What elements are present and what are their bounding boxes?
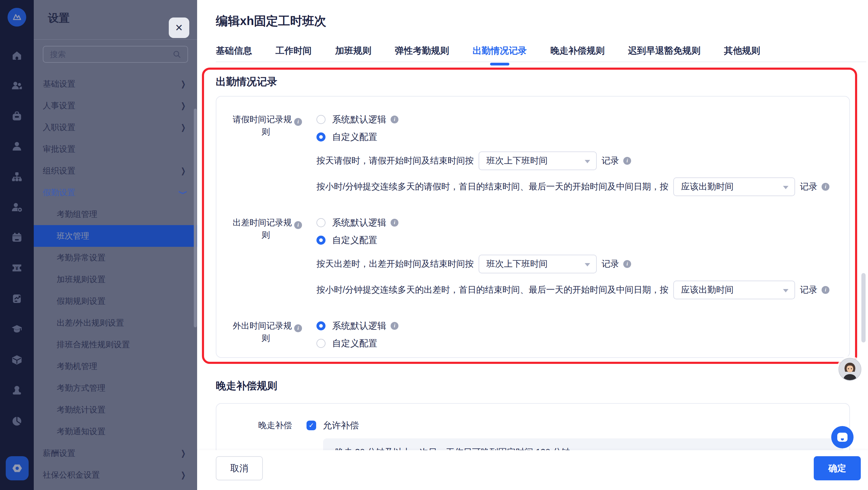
info-icon[interactable]: i <box>294 118 302 126</box>
moka-logo-icon[interactable] <box>7 8 26 27</box>
leave-by-hour-time-select[interactable]: 应该出勤时间 <box>673 177 795 196</box>
sidebar-item-org-settings[interactable]: 组织设置❯ <box>34 160 197 182</box>
info-icon[interactable]: i <box>822 183 830 191</box>
home-icon[interactable] <box>10 49 24 62</box>
report-card-icon[interactable] <box>10 292 24 305</box>
info-icon[interactable]: i <box>623 157 631 165</box>
chat-fab-button[interactable] <box>831 426 854 449</box>
tab-other-rules[interactable]: 其他规则 <box>724 45 760 62</box>
product-cube-icon[interactable] <box>10 353 24 367</box>
briefcase-icon[interactable] <box>10 110 24 123</box>
graduation-cap-icon[interactable] <box>10 322 24 336</box>
info-icon[interactable]: i <box>294 324 302 332</box>
info-icon[interactable]: i <box>294 221 302 229</box>
cancel-button[interactable]: 取消 <box>216 456 263 480</box>
settings-sidebar: 设置 搜索 基础设置❯ 人事设置❯ 入职设置❯ 审批设置 组织设置❯ 假勤设置❯… <box>34 0 197 490</box>
tab-attendance-record[interactable]: 出勤情况记录 <box>472 45 527 62</box>
sidebar-item-attendance-method[interactable]: 考勤方式管理 <box>34 377 197 399</box>
radio-on-icon[interactable] <box>316 236 326 245</box>
assistant-avatar[interactable] <box>838 358 861 381</box>
sidebar-item-hr-settings[interactable]: 人事设置❯ <box>34 95 197 116</box>
team-icon[interactable] <box>10 79 24 92</box>
sidebar-item-trip-out-rules[interactable]: 出差/外出规则设置 <box>34 312 197 334</box>
user-icon[interactable] <box>10 140 24 153</box>
chevron-right-icon: ❯ <box>181 470 186 480</box>
modal-footer: 取消 确定 <box>197 450 868 490</box>
tab-overtime-rules[interactable]: 加班规则 <box>335 45 371 62</box>
trip-default-logic-radio[interactable]: 系统默认逻辑 i <box>316 215 830 230</box>
user-add-icon[interactable] <box>10 201 24 214</box>
trip-by-day-time-select[interactable]: 班次上下班时间 <box>478 255 597 273</box>
late-leave-compensation-heading: 晚走补偿规则 <box>216 379 277 393</box>
chevron-right-icon: ❯ <box>181 79 186 89</box>
chevron-right-icon: ❯ <box>181 166 186 176</box>
trip-by-hour-time-select[interactable]: 应该出勤时间 <box>673 281 795 299</box>
coupon-yen-icon[interactable]: ¥ <box>10 261 24 275</box>
confirm-button[interactable]: 确定 <box>814 456 861 480</box>
sidebar-item-approval-settings[interactable]: 审批设置 <box>34 138 197 160</box>
main-scrollbar[interactable] <box>861 273 866 342</box>
tab-late-leave-compensation[interactable]: 晚走补偿规则 <box>550 45 604 62</box>
chevron-right-icon: ❯ <box>181 449 186 458</box>
sidebar-item-scheduling-compliance[interactable]: 排班合规性规则设置 <box>34 334 197 355</box>
leave-default-logic-radio[interactable]: 系统默认逻辑 i <box>316 112 830 127</box>
search-input[interactable]: 搜索 <box>43 46 188 63</box>
outing-default-logic-radio[interactable]: 系统默认逻辑 i <box>316 319 398 333</box>
org-chart-icon[interactable] <box>10 170 24 183</box>
sidebar-item-onboarding-settings[interactable]: 入职设置❯ <box>34 116 197 138</box>
search-placeholder: 搜索 <box>50 49 173 60</box>
outing-time-rule-group: 外出时间记录规i 则 系统默认逻辑 i 自定义配置 <box>230 319 843 354</box>
tab-working-hours[interactable]: 工作时间 <box>276 45 312 62</box>
sidebar-item-basic-settings[interactable]: 基础设置❯ <box>34 73 197 95</box>
stamp-icon[interactable] <box>10 384 24 397</box>
close-icon: ✕ <box>175 22 183 33</box>
sidebar-menu: 基础设置❯ 人事设置❯ 入职设置❯ 审批设置 组织设置❯ 假勤设置❯ 考勤组管理… <box>34 73 197 486</box>
sidebar-item-salary-settings[interactable]: 薪酬设置❯ <box>34 442 197 464</box>
info-icon[interactable]: i <box>391 116 398 123</box>
leave-custom-config-radio[interactable]: 自定义配置 <box>316 130 830 144</box>
sidebar-item-attendance-machine[interactable]: 考勤机管理 <box>34 355 197 377</box>
tab-basic-info[interactable]: 基础信息 <box>216 45 252 62</box>
sidebar-item-attendance-notification[interactable]: 考勤通知设置 <box>34 421 197 442</box>
sidebar-item-overtime-rules[interactable]: 加班规则设置 <box>34 268 197 290</box>
calendar-icon[interactable] <box>10 231 24 244</box>
pie-chart-icon[interactable] <box>10 414 24 428</box>
app-window: ¥ 设置 搜索 基础设置❯ 人事设置❯ 入职设置❯ <box>0 0 868 490</box>
leave-by-day-time-select[interactable]: 班次上下班时间 <box>478 151 597 170</box>
checkbox-checked-icon[interactable]: ✓ <box>307 421 316 430</box>
sidebar-item-attendance-group[interactable]: 考勤组管理 <box>34 203 197 225</box>
sidebar-divider <box>34 39 197 40</box>
chevron-down-icon: ❯ <box>179 190 188 195</box>
info-icon[interactable]: i <box>822 286 830 294</box>
sidebar-item-holiday-rules[interactable]: 假期规则设置 <box>34 290 197 312</box>
radio-off-icon[interactable] <box>316 115 326 124</box>
sidebar-item-shift-management[interactable]: 班次管理 <box>34 225 197 247</box>
info-icon[interactable]: i <box>391 322 398 330</box>
outing-custom-config-radio[interactable]: 自定义配置 <box>316 336 398 351</box>
trip-custom-config-radio[interactable]: 自定义配置 <box>316 233 830 248</box>
sidebar-item-attendance-anomaly[interactable]: 考勤异常设置 <box>34 247 197 268</box>
close-sidebar-button[interactable]: ✕ <box>169 18 189 38</box>
radio-on-icon[interactable] <box>316 321 326 330</box>
trip-time-rule-label: 出差时间记录规i 则 <box>230 215 302 299</box>
sidebar-item-attendance-stats[interactable]: 考勤统计设置 <box>34 399 197 421</box>
settings-rail-item-active[interactable] <box>6 456 29 480</box>
tab-flexible-attendance[interactable]: 弹性考勤规则 <box>395 45 449 62</box>
svg-text:¥: ¥ <box>16 265 19 271</box>
trip-time-rule-group: 出差时间记录规i 则 系统默认逻辑 i 自定义配置 按天出差时，出差开始时间及结… <box>230 215 843 299</box>
sidebar-item-leave-attendance-settings[interactable]: 假勤设置❯ <box>34 182 197 203</box>
radio-off-icon[interactable] <box>316 339 326 348</box>
info-icon[interactable]: i <box>391 219 398 227</box>
radio-off-icon[interactable] <box>316 218 326 227</box>
trip-by-day-rule-row: 按天出差时，出差开始时间及结束时间按 班次上下班时间 记录 i <box>316 255 830 273</box>
modal-title: 编辑xh固定工时班次 <box>216 13 327 29</box>
leave-by-hour-rule-row: 按小时/分钟提交连续多天的请假时，首日的结束时间、最后一天的开始时间及中间日期，… <box>316 177 830 196</box>
tab-late-early-exemption[interactable]: 迟到早退豁免规则 <box>628 45 701 62</box>
allow-compensation-checkbox-row[interactable]: ✓ 允许补偿 <box>307 420 843 431</box>
radio-on-icon[interactable] <box>316 133 326 142</box>
sidebar-item-social-insurance-settings[interactable]: 社保公积金设置❯ <box>34 464 197 486</box>
outing-time-rule-label: 外出时间记录规i 则 <box>230 319 302 354</box>
info-icon[interactable]: i <box>623 260 631 268</box>
sidebar-scrollbar[interactable] <box>194 109 197 327</box>
modal-tabs: 基础信息 工作时间 加班规则 弹性考勤规则 出勤情况记录 晚走补偿规则 迟到早退… <box>216 44 866 62</box>
